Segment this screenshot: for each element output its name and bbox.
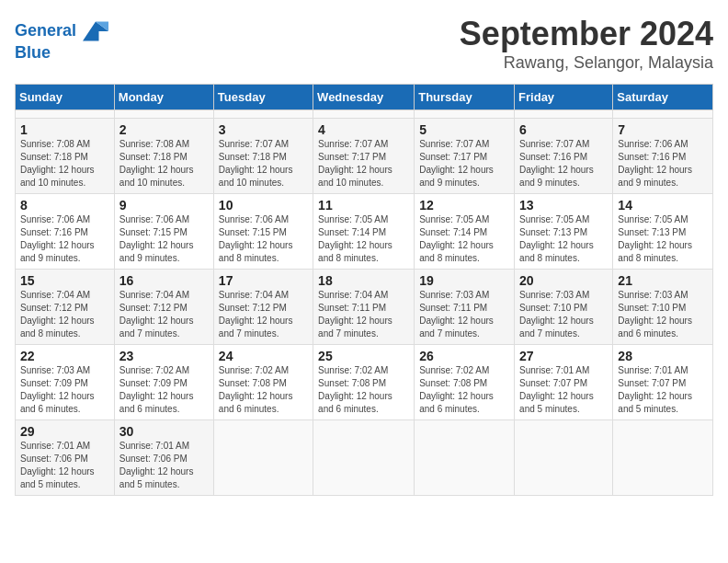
day-info: Sunrise: 7:07 AM Sunset: 7:16 PM Dayligh… bbox=[519, 138, 608, 190]
day-number: 18 bbox=[318, 273, 409, 288]
day-info: Sunrise: 7:04 AM Sunset: 7:11 PM Dayligh… bbox=[318, 289, 409, 340]
day-info: Sunrise: 7:02 AM Sunset: 7:09 PM Dayligh… bbox=[119, 364, 209, 416]
calendar-header-row: SundayMondayTuesdayWednesdayThursdayFrid… bbox=[16, 85, 713, 110]
day-number: 13 bbox=[519, 198, 608, 213]
calendar-cell bbox=[415, 420, 515, 496]
calendar-week-1: 1Sunrise: 7:08 AM Sunset: 7:18 PM Daylig… bbox=[16, 119, 713, 194]
calendar-cell: 21Sunrise: 7:03 AM Sunset: 7:10 PM Dayli… bbox=[613, 270, 713, 345]
calendar-cell bbox=[515, 420, 613, 496]
calendar-cell: 17Sunrise: 7:04 AM Sunset: 7:12 PM Dayli… bbox=[213, 270, 313, 345]
calendar-cell: 5Sunrise: 7:07 AM Sunset: 7:17 PM Daylig… bbox=[415, 119, 515, 194]
day-number: 28 bbox=[618, 349, 708, 363]
calendar-cell bbox=[613, 420, 713, 496]
calendar-cell: 3Sunrise: 7:07 AM Sunset: 7:18 PM Daylig… bbox=[213, 119, 313, 194]
calendar-cell: 22Sunrise: 7:03 AM Sunset: 7:09 PM Dayli… bbox=[16, 345, 115, 420]
day-number: 21 bbox=[618, 273, 708, 288]
day-info: Sunrise: 7:08 AM Sunset: 7:18 PM Dayligh… bbox=[119, 138, 209, 190]
calendar-cell: 16Sunrise: 7:04 AM Sunset: 7:12 PM Dayli… bbox=[114, 270, 213, 345]
calendar-cell bbox=[515, 110, 613, 119]
logo: General Blue bbox=[15, 18, 108, 63]
calendar-cell: 20Sunrise: 7:03 AM Sunset: 7:10 PM Dayli… bbox=[515, 270, 613, 345]
day-number: 26 bbox=[419, 349, 509, 363]
day-number: 9 bbox=[119, 198, 209, 213]
day-info: Sunrise: 7:01 AM Sunset: 7:06 PM Dayligh… bbox=[119, 440, 209, 491]
calendar-cell bbox=[213, 110, 313, 119]
calendar-cell: 7Sunrise: 7:06 AM Sunset: 7:16 PM Daylig… bbox=[613, 119, 713, 194]
day-number: 5 bbox=[419, 122, 509, 137]
calendar-week-0 bbox=[16, 110, 713, 119]
day-number: 16 bbox=[119, 273, 209, 288]
col-header-wednesday: Wednesday bbox=[313, 85, 415, 110]
calendar-cell: 1Sunrise: 7:08 AM Sunset: 7:18 PM Daylig… bbox=[16, 119, 115, 194]
day-number: 8 bbox=[20, 198, 109, 213]
day-info: Sunrise: 7:06 AM Sunset: 7:15 PM Dayligh… bbox=[119, 213, 209, 265]
calendar-week-3: 15Sunrise: 7:04 AM Sunset: 7:12 PM Dayli… bbox=[16, 270, 713, 345]
header: General Blue September 2024 Rawang, Sela… bbox=[15, 15, 713, 73]
day-number: 20 bbox=[519, 273, 608, 288]
calendar-cell: 28Sunrise: 7:01 AM Sunset: 7:07 PM Dayli… bbox=[613, 345, 713, 420]
calendar-cell: 27Sunrise: 7:01 AM Sunset: 7:07 PM Dayli… bbox=[515, 345, 613, 420]
day-number: 2 bbox=[119, 122, 209, 137]
calendar-cell: 26Sunrise: 7:02 AM Sunset: 7:08 PM Dayli… bbox=[415, 345, 515, 420]
day-number: 6 bbox=[519, 122, 608, 137]
calendar-cell: 6Sunrise: 7:07 AM Sunset: 7:16 PM Daylig… bbox=[515, 119, 613, 194]
day-info: Sunrise: 7:03 AM Sunset: 7:10 PM Dayligh… bbox=[618, 289, 708, 340]
day-info: Sunrise: 7:02 AM Sunset: 7:08 PM Dayligh… bbox=[419, 364, 509, 416]
day-info: Sunrise: 7:04 AM Sunset: 7:12 PM Dayligh… bbox=[20, 289, 109, 340]
day-info: Sunrise: 7:06 AM Sunset: 7:16 PM Dayligh… bbox=[20, 213, 109, 265]
day-number: 30 bbox=[119, 424, 209, 439]
day-number: 12 bbox=[419, 198, 509, 213]
calendar-week-4: 22Sunrise: 7:03 AM Sunset: 7:09 PM Dayli… bbox=[16, 345, 713, 420]
day-info: Sunrise: 7:01 AM Sunset: 7:07 PM Dayligh… bbox=[618, 364, 708, 416]
day-info: Sunrise: 7:07 AM Sunset: 7:17 PM Dayligh… bbox=[318, 138, 409, 190]
day-number: 17 bbox=[219, 273, 308, 288]
col-header-thursday: Thursday bbox=[415, 85, 515, 110]
col-header-tuesday: Tuesday bbox=[213, 85, 313, 110]
day-info: Sunrise: 7:04 AM Sunset: 7:12 PM Dayligh… bbox=[219, 289, 308, 340]
calendar-cell: 29Sunrise: 7:01 AM Sunset: 7:06 PM Dayli… bbox=[16, 420, 115, 496]
calendar-cell: 13Sunrise: 7:05 AM Sunset: 7:13 PM Dayli… bbox=[515, 194, 613, 270]
calendar-cell: 9Sunrise: 7:06 AM Sunset: 7:15 PM Daylig… bbox=[114, 194, 213, 270]
day-info: Sunrise: 7:07 AM Sunset: 7:17 PM Dayligh… bbox=[419, 138, 509, 190]
calendar-cell bbox=[16, 110, 115, 119]
day-number: 3 bbox=[219, 122, 308, 137]
day-number: 15 bbox=[20, 273, 109, 288]
day-number: 27 bbox=[519, 349, 608, 363]
day-info: Sunrise: 7:03 AM Sunset: 7:11 PM Dayligh… bbox=[419, 289, 509, 340]
day-number: 29 bbox=[20, 424, 109, 439]
calendar-cell: 25Sunrise: 7:02 AM Sunset: 7:08 PM Dayli… bbox=[313, 345, 415, 420]
calendar-cell: 8Sunrise: 7:06 AM Sunset: 7:16 PM Daylig… bbox=[16, 194, 115, 270]
calendar-cell bbox=[613, 110, 713, 119]
day-info: Sunrise: 7:05 AM Sunset: 7:14 PM Dayligh… bbox=[419, 213, 509, 265]
logo-blue: Blue bbox=[15, 44, 108, 63]
day-number: 1 bbox=[20, 122, 109, 137]
day-info: Sunrise: 7:06 AM Sunset: 7:16 PM Dayligh… bbox=[618, 138, 708, 190]
calendar-cell: 15Sunrise: 7:04 AM Sunset: 7:12 PM Dayli… bbox=[16, 270, 115, 345]
day-info: Sunrise: 7:06 AM Sunset: 7:15 PM Dayligh… bbox=[219, 213, 308, 265]
day-info: Sunrise: 7:05 AM Sunset: 7:13 PM Dayligh… bbox=[519, 213, 608, 265]
calendar-cell bbox=[114, 110, 213, 119]
calendar-cell bbox=[415, 110, 515, 119]
day-number: 23 bbox=[119, 349, 209, 363]
day-number: 10 bbox=[219, 198, 308, 213]
calendar-cell bbox=[213, 420, 313, 496]
col-header-friday: Friday bbox=[515, 85, 613, 110]
day-info: Sunrise: 7:03 AM Sunset: 7:10 PM Dayligh… bbox=[519, 289, 608, 340]
day-info: Sunrise: 7:08 AM Sunset: 7:18 PM Dayligh… bbox=[20, 138, 109, 190]
day-info: Sunrise: 7:07 AM Sunset: 7:18 PM Dayligh… bbox=[219, 138, 308, 190]
day-number: 4 bbox=[318, 122, 409, 137]
calendar-cell: 11Sunrise: 7:05 AM Sunset: 7:14 PM Dayli… bbox=[313, 194, 415, 270]
col-header-saturday: Saturday bbox=[613, 85, 713, 110]
day-number: 14 bbox=[618, 198, 708, 213]
calendar-cell: 24Sunrise: 7:02 AM Sunset: 7:08 PM Dayli… bbox=[213, 345, 313, 420]
day-info: Sunrise: 7:04 AM Sunset: 7:12 PM Dayligh… bbox=[119, 289, 209, 340]
day-number: 25 bbox=[318, 349, 409, 363]
calendar-cell: 12Sunrise: 7:05 AM Sunset: 7:14 PM Dayli… bbox=[415, 194, 515, 270]
month-title: September 2024 bbox=[460, 15, 713, 53]
calendar-cell: 10Sunrise: 7:06 AM Sunset: 7:15 PM Dayli… bbox=[213, 194, 313, 270]
calendar-cell: 18Sunrise: 7:04 AM Sunset: 7:11 PM Dayli… bbox=[313, 270, 415, 345]
location-title: Rawang, Selangor, Malaysia bbox=[460, 53, 713, 73]
day-number: 22 bbox=[20, 349, 109, 363]
calendar-cell: 23Sunrise: 7:02 AM Sunset: 7:09 PM Dayli… bbox=[114, 345, 213, 420]
day-info: Sunrise: 7:01 AM Sunset: 7:07 PM Dayligh… bbox=[519, 364, 608, 416]
